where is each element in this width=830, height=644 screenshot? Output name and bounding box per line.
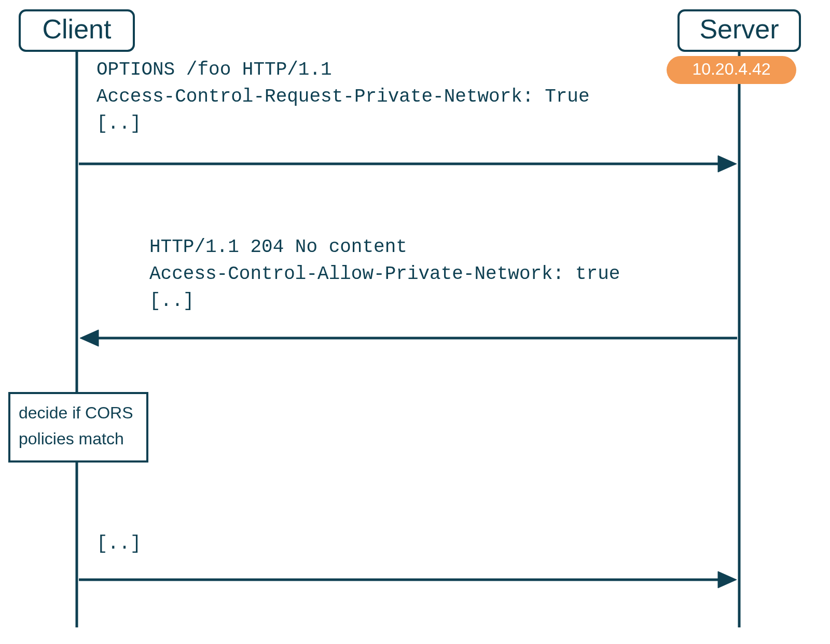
request-line-1: OPTIONS /foo HTTP/1.1	[96, 59, 332, 80]
server-ip-badge: 10.20.4.42	[667, 56, 796, 84]
followup-line-1: [..]	[96, 533, 141, 554]
server-label: Server	[699, 14, 779, 44]
server-actor: Server	[679, 10, 800, 51]
followup-message: [..]	[96, 533, 141, 554]
svg-marker-9	[718, 571, 737, 588]
request-message: OPTIONS /foo HTTP/1.1 Access-Control-Req…	[96, 59, 590, 134]
response-line-2: Access-Control-Allow-Private-Network: tr…	[149, 263, 620, 285]
client-label: Client	[43, 14, 112, 44]
server-ip-text: 10.20.4.42	[692, 60, 770, 78]
cors-note-line-2: policies match	[19, 429, 124, 448]
svg-marker-6	[80, 330, 99, 346]
response-line-1: HTTP/1.1 204 No content	[149, 236, 407, 258]
response-arrow	[80, 330, 737, 346]
client-actor: Client	[20, 10, 134, 51]
svg-marker-4	[718, 156, 737, 172]
followup-arrow	[79, 571, 737, 588]
cors-note-line-1: decide if CORS	[19, 403, 133, 422]
request-line-2: Access-Control-Request-Private-Network: …	[96, 86, 590, 107]
response-line-3: [..]	[149, 290, 194, 312]
cors-note: decide if CORS policies match	[9, 393, 147, 461]
response-message: HTTP/1.1 204 No content Access-Control-A…	[149, 236, 620, 312]
sequence-diagram: Client Server 10.20.4.42 OPTIONS /foo HT…	[0, 0, 830, 644]
request-arrow	[79, 156, 737, 172]
request-line-3: [..]	[96, 113, 141, 134]
